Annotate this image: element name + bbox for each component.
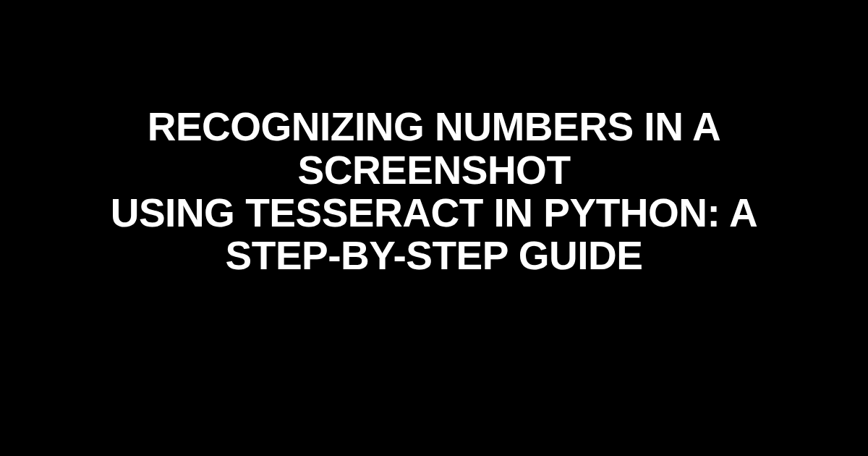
title-container: Recognizing Numbers in a Screenshot usin… bbox=[0, 106, 868, 278]
title-line-3: Step-by-Step Guide bbox=[226, 233, 643, 278]
title-line-1: Recognizing Numbers in a Screenshot bbox=[148, 104, 721, 192]
title-line-2: using Tesseract in Python: A bbox=[111, 190, 758, 235]
page-title: Recognizing Numbers in a Screenshot usin… bbox=[43, 106, 825, 278]
